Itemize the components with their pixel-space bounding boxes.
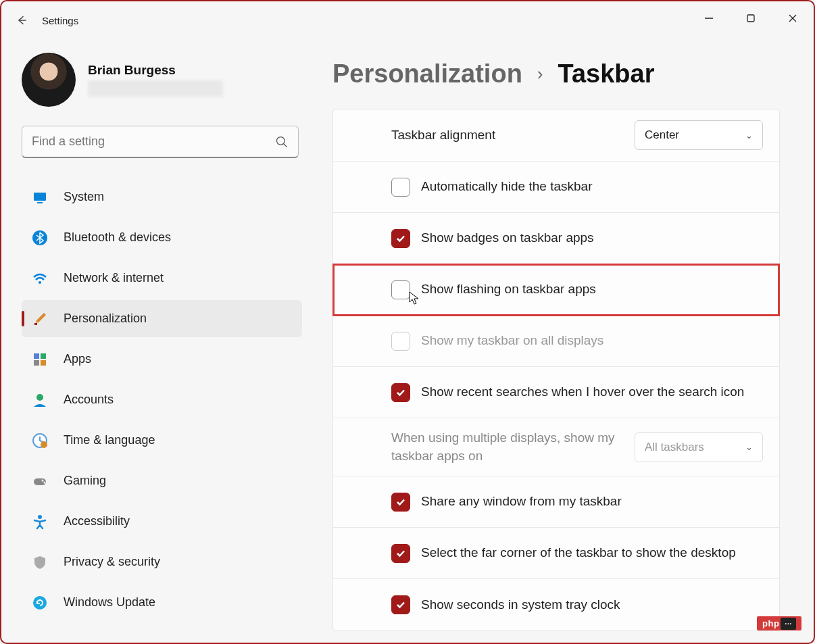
sidebar: Brian Burgess System Bluetooth & devices… — [1, 39, 305, 643]
sidebar-item-personalization[interactable]: Personalization — [22, 300, 302, 337]
breadcrumb-current: Taskbar — [558, 59, 655, 89]
svg-rect-13 — [34, 360, 39, 366]
multi-display-dropdown: All taskbars ⌄ — [635, 432, 763, 462]
sidebar-item-network[interactable]: Network & internet — [22, 259, 302, 297]
far-corner-checkbox[interactable] — [391, 544, 410, 563]
sidebar-item-update[interactable]: Windows Update — [22, 584, 302, 621]
maximize-button[interactable] — [730, 1, 772, 35]
check-icon — [395, 599, 406, 610]
gamepad-icon — [31, 472, 49, 490]
user-block[interactable]: Brian Burgess — [22, 53, 305, 107]
all-displays-checkbox — [391, 332, 410, 351]
monitor-icon — [31, 189, 49, 206]
close-button[interactable] — [772, 1, 814, 35]
search-icon — [275, 135, 289, 149]
chevron-down-icon: ⌄ — [745, 442, 753, 452]
row-recent-search[interactable]: Show recent searches when I hover over t… — [333, 367, 779, 418]
row-multi-display: When using multiple displays, show my ta… — [333, 418, 779, 476]
window-controls — [688, 1, 814, 35]
sidebar-item-gaming[interactable]: Gaming — [22, 462, 302, 499]
brush-icon — [31, 310, 49, 328]
chevron-down-icon: ⌄ — [745, 130, 753, 141]
apps-icon — [31, 351, 49, 368]
svg-rect-12 — [41, 353, 46, 359]
sidebar-item-time-language[interactable]: Time & language — [22, 422, 302, 459]
sidebar-item-apps[interactable]: Apps — [22, 341, 302, 378]
row-label: Select the far corner of the taskbar to … — [421, 544, 763, 562]
minimize-button[interactable] — [688, 1, 730, 35]
main-content: Personalization › Taskbar Taskbar alignm… — [305, 39, 814, 643]
sidebar-item-accessibility[interactable]: Accessibility — [22, 503, 302, 540]
sidebar-item-privacy[interactable]: Privacy & security — [22, 543, 302, 580]
svg-point-17 — [41, 441, 47, 448]
row-label: Show flashing on taskbar apps — [421, 280, 763, 299]
svg-rect-14 — [41, 360, 46, 366]
chevron-right-icon: › — [537, 64, 543, 84]
nav-list: System Bluetooth & devices Network & int… — [22, 178, 305, 643]
autohide-checkbox[interactable] — [391, 178, 410, 197]
row-badges[interactable]: Show badges on taskbar apps — [333, 213, 779, 264]
sidebar-item-bluetooth[interactable]: Bluetooth & devices — [22, 219, 302, 256]
svg-point-21 — [38, 515, 42, 519]
back-button[interactable] — [8, 7, 35, 34]
watermark-badge: php··· — [757, 616, 801, 630]
badges-checkbox[interactable] — [391, 229, 410, 248]
row-seconds[interactable]: Show seconds in system tray clock — [333, 579, 779, 630]
row-autohide[interactable]: Automatically hide the taskbar — [333, 162, 779, 213]
svg-point-19 — [42, 479, 44, 481]
search-box[interactable] — [22, 126, 299, 158]
recent-search-checkbox[interactable] — [391, 383, 410, 402]
seconds-checkbox[interactable] — [391, 595, 410, 614]
row-label: Taskbar alignment — [391, 126, 635, 145]
svg-point-20 — [44, 481, 46, 483]
wifi-icon — [31, 270, 49, 287]
sidebar-item-label: Gaming — [64, 474, 106, 488]
svg-point-9 — [39, 281, 41, 284]
update-icon — [31, 594, 49, 612]
svg-rect-10 — [34, 323, 37, 325]
flashing-checkbox[interactable] — [391, 280, 410, 299]
bluetooth-icon — [31, 229, 49, 247]
row-all-displays: Show my taskbar on all displays — [333, 316, 779, 367]
arrow-left-icon — [15, 14, 28, 27]
row-label: Show seconds in system tray clock — [421, 596, 763, 614]
row-label: Automatically hide the taskbar — [421, 178, 763, 196]
sidebar-item-label: Network & internet — [64, 271, 164, 285]
svg-rect-11 — [34, 353, 39, 359]
check-icon — [395, 387, 406, 398]
row-taskbar-alignment: Taskbar alignment Center ⌄ — [333, 109, 779, 162]
minimize-icon — [704, 14, 714, 23]
svg-rect-1 — [747, 15, 754, 22]
share-any-checkbox[interactable] — [391, 493, 410, 512]
row-label: Show badges on taskbar apps — [421, 229, 763, 247]
close-icon — [788, 14, 797, 23]
sidebar-item-label: Accounts — [64, 393, 114, 407]
avatar — [22, 53, 76, 107]
svg-rect-7 — [37, 202, 43, 203]
maximize-icon — [746, 14, 756, 23]
check-icon — [395, 233, 406, 244]
sidebar-item-label: Bluetooth & devices — [64, 230, 171, 245]
search-input[interactable] — [32, 134, 275, 149]
sidebar-item-system[interactable]: System — [22, 178, 302, 216]
sidebar-item-accounts[interactable]: Accounts — [22, 381, 302, 418]
alignment-dropdown[interactable]: Center ⌄ — [635, 120, 763, 150]
accessibility-icon — [31, 513, 49, 530]
user-name: Brian Burgess — [88, 63, 223, 78]
svg-rect-6 — [34, 193, 46, 201]
sidebar-item-label: Privacy & security — [64, 555, 160, 569]
row-label: Show recent searches when I hover over t… — [421, 383, 763, 401]
breadcrumb: Personalization › Taskbar — [332, 59, 780, 89]
row-label: When using multiple displays, show my ta… — [391, 429, 635, 465]
sidebar-item-label: Personalization — [64, 312, 147, 326]
check-icon — [395, 548, 406, 559]
clock-globe-icon — [31, 432, 49, 449]
row-flashing[interactable]: Show flashing on taskbar apps — [333, 264, 779, 316]
user-email-redacted — [88, 80, 223, 97]
row-far-corner[interactable]: Select the far corner of the taskbar to … — [333, 528, 779, 579]
check-icon — [395, 497, 406, 507]
sidebar-item-label: Windows Update — [64, 595, 155, 610]
row-label: Share any window from my taskbar — [421, 493, 763, 511]
row-share-any[interactable]: Share any window from my taskbar — [333, 476, 779, 528]
breadcrumb-parent[interactable]: Personalization — [332, 59, 522, 89]
